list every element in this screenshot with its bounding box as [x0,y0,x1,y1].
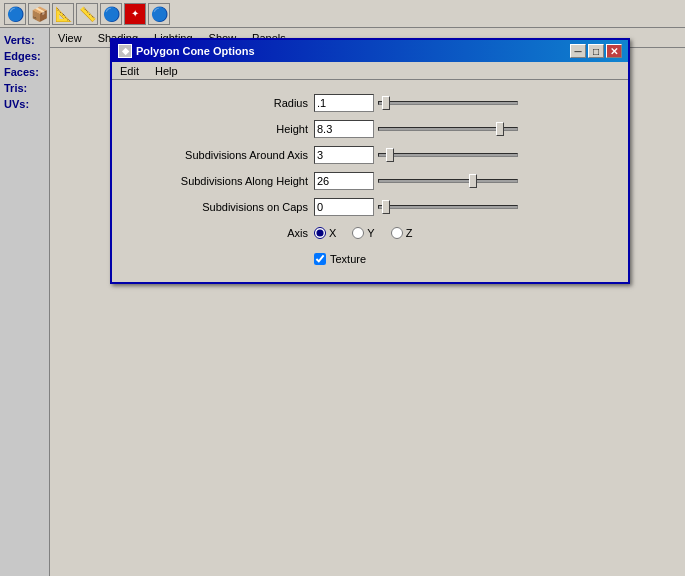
axis-x-item: X [314,227,336,239]
dialog-window: ◆ Polygon Cone Options ─ □ ✕ Edit Help [110,38,630,284]
dialog-menu: Edit Help [112,62,628,80]
sidebar-edges-label: Edges: [4,50,41,62]
height-slider-thumb[interactable] [496,122,504,136]
axis-y-radio[interactable] [352,227,364,239]
toolbar-icon-6[interactable]: ✦ [124,3,146,25]
top-toolbar: 🔵 📦 📐 📏 🔵 ✦ 🔵 [0,0,685,28]
main-area: Verts: Edges: Faces: Tris: UVs: View Sha… [0,28,685,576]
toolbar-icon-1[interactable]: 🔵 [4,3,26,25]
subdiv-around-slider-thumb[interactable] [386,148,394,162]
dialog-content: Radius Height [112,80,628,282]
radius-label: Radius [128,97,308,109]
subdiv-along-row: Subdivisions Along Height [128,170,612,192]
toolbar-icon-3[interactable]: 📐 [52,3,74,25]
sidebar-item-faces[interactable]: Faces: [0,64,49,80]
dialog-title-text: Polygon Cone Options [136,45,255,57]
sidebar-faces-label: Faces: [4,66,39,78]
height-input[interactable] [314,120,374,138]
subdiv-caps-slider-track [378,205,518,209]
dialog-controls: ─ □ ✕ [570,44,622,58]
dialog-title-icon: ◆ [118,44,132,58]
menu-view[interactable]: View [54,31,86,45]
toolbar-icon-4[interactable]: 📏 [76,3,98,25]
texture-label: Texture [330,253,366,265]
dialog-close-button[interactable]: ✕ [606,44,622,58]
sidebar-verts-label: Verts: [4,34,35,46]
height-slider-container [378,127,612,131]
subdiv-around-slider-container [378,153,612,157]
axis-z-item: Z [391,227,413,239]
sidebar-item-verts[interactable]: Verts: [0,32,49,48]
toolbar-icon-2[interactable]: 📦 [28,3,50,25]
dialog-menu-help[interactable]: Help [151,64,182,78]
subdiv-along-input[interactable] [314,172,374,190]
axis-z-radio[interactable] [391,227,403,239]
toolbar-icon-7[interactable]: 🔵 [148,3,170,25]
axis-y-label: Y [367,227,374,239]
texture-row: Texture [128,248,612,270]
subdiv-around-slider-track [378,153,518,157]
subdiv-along-slider-track [378,179,518,183]
left-sidebar: Verts: Edges: Faces: Tris: UVs: [0,28,50,576]
subdiv-caps-slider-thumb[interactable] [382,200,390,214]
content-area: View Shading Lighting Show Panels ◆ Poly… [50,28,685,576]
scroll-area [655,526,685,576]
dialog-menu-edit[interactable]: Edit [116,64,143,78]
height-label: Height [128,123,308,135]
axis-x-radio[interactable] [314,227,326,239]
title-icon-symbol: ◆ [122,46,129,56]
subdiv-caps-input[interactable] [314,198,374,216]
axis-x-label: X [329,227,336,239]
axis-y-item: Y [352,227,374,239]
axis-row: Axis X Y Z [128,222,612,244]
radius-row: Radius [128,92,612,114]
height-slider-track [378,127,518,131]
sidebar-item-edges[interactable]: Edges: [0,48,49,64]
subdiv-caps-label: Subdivisions on Caps [128,201,308,213]
sidebar-item-uvs[interactable]: UVs: [0,96,49,112]
radius-input[interactable] [314,94,374,112]
radius-slider-thumb[interactable] [382,96,390,110]
height-row: Height [128,118,612,140]
subdiv-caps-slider-container [378,205,612,209]
dialog-restore-button[interactable]: □ [588,44,604,58]
subdiv-around-input[interactable] [314,146,374,164]
axis-radio-group: X Y Z [314,227,412,239]
subdiv-caps-row: Subdivisions on Caps [128,196,612,218]
dialog-title-left: ◆ Polygon Cone Options [118,44,255,58]
dialog-titlebar: ◆ Polygon Cone Options ─ □ ✕ [112,40,628,62]
dialog-minimize-button[interactable]: ─ [570,44,586,58]
subdiv-along-slider-container [378,179,612,183]
subdiv-along-label: Subdivisions Along Height [128,175,308,187]
subdiv-along-slider-thumb[interactable] [469,174,477,188]
subdiv-around-row: Subdivisions Around Axis [128,144,612,166]
sidebar-uvs-label: UVs: [4,98,29,110]
axis-z-label: Z [406,227,413,239]
sidebar-item-tris[interactable]: Tris: [0,80,49,96]
radius-slider-container [378,101,612,105]
subdiv-around-label: Subdivisions Around Axis [128,149,308,161]
sidebar-tris-label: Tris: [4,82,27,94]
axis-label: Axis [128,227,308,239]
texture-checkbox[interactable] [314,253,326,265]
texture-checkbox-item: Texture [314,253,366,265]
radius-slider-track [378,101,518,105]
toolbar-icon-5[interactable]: 🔵 [100,3,122,25]
